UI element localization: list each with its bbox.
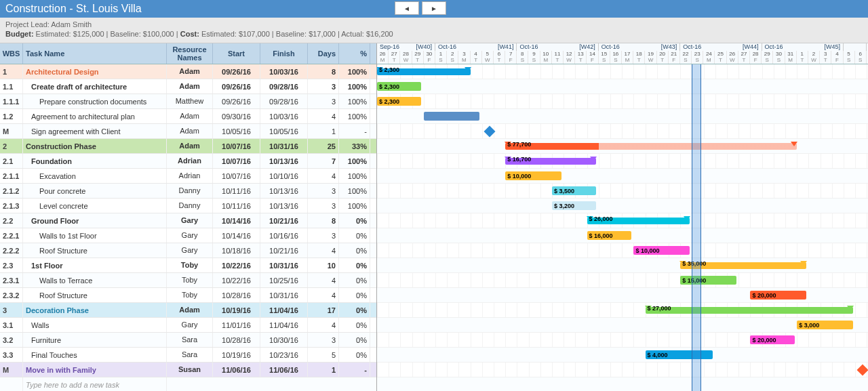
cell-days[interactable]: 5	[308, 348, 339, 362]
cell-name[interactable]: Pour concrete	[23, 184, 167, 198]
cell-days[interactable]: 7	[308, 154, 339, 168]
cell-start[interactable]: 10/19/16	[213, 348, 260, 362]
task-row[interactable]: 3.3 Final Touches Sara 10/19/16 10/23/16…	[0, 348, 376, 363]
cell-name[interactable]: Create draft of architecture	[23, 79, 167, 94]
gantt-bar[interactable]: $ 2,300	[377, 97, 421, 106]
cell-start[interactable]: 09/26/16	[213, 64, 260, 79]
header-wbs[interactable]: WBS	[0, 43, 23, 64]
cell-start[interactable]: 09/30/16	[213, 109, 260, 123]
header-percent[interactable]: %	[339, 43, 370, 64]
header-days[interactable]: Days	[308, 43, 339, 64]
cell-name[interactable]: Construction Phase	[23, 139, 167, 153]
cell-finish[interactable]: 10/13/16	[260, 154, 308, 168]
task-row[interactable]: M Move in with Family Susan 11/06/16 11/…	[0, 363, 376, 377]
gantt-bar[interactable]: $ 4,000	[646, 350, 713, 359]
cell-finish[interactable]: 11/04/16	[260, 303, 308, 317]
cell-percent[interactable]: 0%	[339, 228, 370, 243]
cell-percent[interactable]: 0%	[339, 333, 370, 347]
cell-start[interactable]: 10/11/16	[213, 199, 260, 213]
cell-finish[interactable]: 10/31/16	[260, 288, 308, 302]
gantt-row[interactable]: $ 3,200	[377, 199, 868, 213]
gantt-row[interactable]: $ 2,300	[377, 64, 868, 79]
cell-name[interactable]: Walls to Terrace	[23, 273, 167, 287]
gantt-row[interactable]: $ 2,300	[377, 79, 868, 94]
gantt-row[interactable]: $ 10,000	[377, 169, 868, 184]
cell-resource[interactable]: Danny	[167, 184, 213, 198]
task-row[interactable]: 2.3.2 Roof Structure Toby 10/28/16 10/31…	[0, 288, 376, 303]
task-row[interactable]: 1.2 Agreement to architectural plan Adam…	[0, 109, 376, 124]
cell-percent[interactable]: 100%	[339, 79, 370, 94]
gantt-bar[interactable]: $ 35,000	[680, 262, 806, 269]
cell-days[interactable]: 3	[308, 184, 339, 198]
next-button[interactable]: ►	[422, 1, 446, 15]
cell-resource[interactable]: Toby	[167, 273, 213, 287]
task-row[interactable]: 3.1 Walls Gary 11/01/16 11/04/16 4 0%	[0, 318, 376, 333]
cell-resource[interactable]: Adam	[167, 124, 213, 138]
new-task-placeholder[interactable]: Type here to add a new task	[23, 377, 167, 391]
gantt-row[interactable]	[377, 109, 868, 124]
cell-start[interactable]: 10/18/16	[213, 243, 260, 258]
cell-start[interactable]: 10/11/16	[213, 184, 260, 198]
header-name[interactable]: Task Name	[23, 43, 167, 64]
task-row[interactable]: 2.2 Ground Floor Gary 10/14/16 10/21/16 …	[0, 213, 376, 228]
gantt-row[interactable]: $ 16,700	[377, 154, 868, 169]
header-finish[interactable]: Finish	[260, 43, 308, 64]
cell-percent[interactable]: 100%	[339, 184, 370, 198]
gantt-bar[interactable]: $ 10,000	[633, 246, 690, 255]
cell-finish[interactable]: 10/13/16	[260, 199, 308, 213]
cell-percent[interactable]: 0%	[339, 258, 370, 272]
cell-resource[interactable]: Susan	[167, 363, 213, 377]
cell-resource[interactable]: Adam	[167, 139, 213, 153]
header-start[interactable]: Start	[213, 43, 260, 64]
cell-start[interactable]: 09/26/16	[213, 94, 260, 108]
gantt-row[interactable]: $ 20,000	[377, 333, 868, 348]
gantt-bar[interactable]: $ 2,300	[377, 68, 471, 75]
cell-finish[interactable]: 10/10/16	[260, 169, 308, 183]
cell-start[interactable]: 10/07/16	[213, 169, 260, 183]
cell-name[interactable]: Agreement to architectural plan	[23, 109, 167, 123]
cell-percent[interactable]: -	[339, 363, 370, 377]
gantt-row[interactable]	[377, 363, 868, 377]
cell-finish[interactable]: 10/05/16	[260, 124, 308, 138]
cell-resource[interactable]: Gary	[167, 213, 213, 228]
gantt-row[interactable]: $ 10,000	[377, 243, 868, 258]
task-row[interactable]: 2 Construction Phase Adam 10/07/16 10/31…	[0, 139, 376, 154]
cell-finish[interactable]: 10/21/16	[260, 213, 308, 228]
cell-name[interactable]: Prepare construction documents	[23, 94, 167, 108]
cell-finish[interactable]: 09/28/16	[260, 79, 308, 94]
cell-days[interactable]: 4	[308, 318, 339, 332]
gantt-row[interactable]: $ 35,000	[377, 258, 868, 273]
cell-resource[interactable]: Adrian	[167, 154, 213, 168]
cell-days[interactable]: 3	[308, 228, 339, 243]
cell-percent[interactable]: 100%	[339, 64, 370, 79]
gantt-row[interactable]: $ 26,000	[377, 213, 868, 228]
cell-resource[interactable]: Adrian	[167, 169, 213, 183]
task-row[interactable]: 3 Decoration Phase Adam 10/19/16 11/04/1…	[0, 303, 376, 318]
new-task-row[interactable]: Type here to add a new task	[0, 377, 376, 391]
cell-days[interactable]: 1	[308, 363, 339, 377]
cell-name[interactable]: Level concrete	[23, 199, 167, 213]
cell-name[interactable]: Walls to 1st Floor	[23, 228, 167, 243]
cell-start[interactable]: 10/05/16	[213, 124, 260, 138]
cell-start[interactable]: 10/07/16	[213, 139, 260, 153]
gantt-row[interactable]: $ 15,000	[377, 273, 868, 288]
cell-days[interactable]: 4	[308, 243, 339, 258]
cell-resource[interactable]: Sara	[167, 333, 213, 347]
gantt-bar[interactable]: $ 20,000	[750, 335, 794, 344]
task-row[interactable]: 2.1.2 Pour concrete Danny 10/11/16 10/13…	[0, 184, 376, 199]
cell-name[interactable]: 1st Floor	[23, 258, 167, 272]
cell-name[interactable]: Sign agreement with Client	[23, 124, 167, 138]
gantt-bar[interactable]: $ 15,000	[680, 276, 736, 285]
cell-days[interactable]: 3	[308, 94, 339, 108]
gantt-row[interactable]	[377, 124, 868, 139]
cell-days[interactable]: 8	[308, 213, 339, 228]
cell-resource[interactable]: Toby	[167, 288, 213, 302]
milestone-icon[interactable]	[857, 365, 868, 376]
gantt-row[interactable]: $ 77,700	[377, 139, 868, 154]
cell-days[interactable]: 4	[308, 288, 339, 302]
cell-percent[interactable]: 100%	[339, 154, 370, 168]
cell-finish[interactable]: 10/03/16	[260, 109, 308, 123]
cell-name[interactable]: Foundation	[23, 154, 167, 168]
cell-start[interactable]: 10/14/16	[213, 228, 260, 243]
gantt-bar[interactable]: $ 20,000	[750, 291, 806, 300]
